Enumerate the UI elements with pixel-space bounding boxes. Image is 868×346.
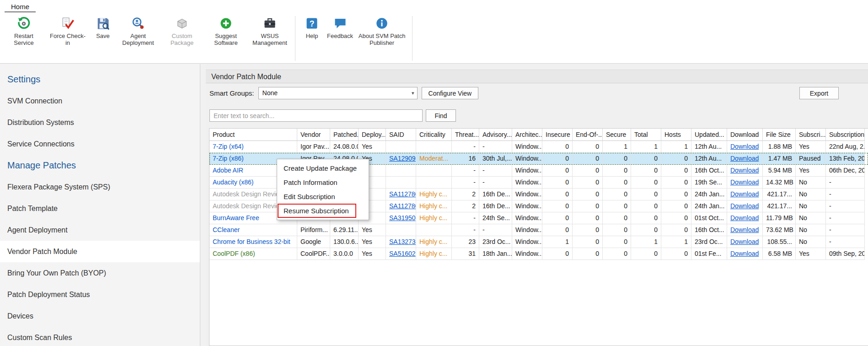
product-link[interactable]: CCleaner (213, 226, 240, 233)
download-link[interactable]: Download (730, 190, 759, 198)
column-header-threat[interactable]: Threat... (452, 129, 479, 141)
feedback-button[interactable]: Feedback (325, 14, 355, 39)
smart-groups-dropdown[interactable]: None ▾ (258, 87, 418, 99)
product-link[interactable]: Adobe AIR (213, 167, 243, 174)
force-check-in-button[interactable]: Force Check-in (46, 14, 90, 46)
find-button[interactable]: Find (426, 109, 456, 122)
save-button[interactable]: Save (90, 14, 116, 39)
help-button[interactable]: ?Help (299, 14, 325, 39)
product-link[interactable]: 7-Zip (x64) (213, 143, 244, 150)
table-row[interactable]: 7-Zip (x64)Igor Pav...24.08.0.0Yes--Wind… (209, 141, 868, 153)
product-link[interactable]: CoolPDF (x86) (213, 250, 255, 257)
ribbon-tab-strip: Home (0, 0, 868, 12)
column-header-said[interactable]: SAID (386, 129, 416, 141)
sidebar-item-service-connections[interactable]: Service Connections (0, 133, 200, 155)
sidebar-item-vendor-patch-module[interactable]: Vendor Patch Module (0, 241, 200, 262)
cell-threat: 2 (452, 189, 479, 200)
wsus-management-button[interactable]: WSUS Management (248, 14, 292, 46)
sidebar-item-flexera-package-system-sps[interactable]: Flexera Package System (SPS) (0, 176, 200, 198)
said-link[interactable]: SA112780 (389, 190, 416, 198)
column-header-download[interactable]: Download (727, 129, 763, 141)
table-header-row: ProductVendorPatched...Deploy...SAIDCrit… (209, 129, 868, 141)
column-header-vendor[interactable]: Vendor (297, 129, 330, 141)
table-row[interactable]: Chrome for Business 32-bitGoogle130.0.6.… (209, 236, 868, 248)
product-link[interactable]: Audacity (x86) (213, 178, 253, 186)
export-button[interactable]: Export (799, 87, 839, 99)
cell-architec: Window... (512, 165, 542, 177)
download-link[interactable]: Download (730, 226, 759, 233)
about-svm-patch-publisher-button[interactable]: About SVM Patch Publisher (355, 14, 409, 46)
sidebar-item-devices[interactable]: Devices (0, 305, 200, 327)
product-link[interactable]: Chrome for Business 32-bit (213, 238, 290, 245)
sidebar-item-bring-your-own-patch-byop[interactable]: Bring Your Own Patch (BYOP) (0, 262, 200, 284)
product-link[interactable]: 7-Zip (x86) (213, 155, 244, 162)
ribbon-button-label: Feedback (327, 32, 353, 39)
column-header-advisory[interactable]: Advisory... (479, 129, 512, 141)
sidebar-item-patch-deployment-status[interactable]: Patch Deployment Status (0, 284, 200, 305)
cell-insecure: 0 (542, 200, 573, 212)
table-row[interactable]: CCleanerPiriform...6.29.11...Yes--Window… (209, 224, 868, 236)
column-header-hosts[interactable]: Hosts (661, 129, 691, 141)
context-menu-item-edit-subscription[interactable]: Edit Subscription (277, 189, 369, 204)
column-header-architec[interactable]: Architec... (512, 129, 542, 141)
column-header-subscri[interactable]: Subscri... (796, 129, 826, 141)
download-link[interactable]: Download (730, 238, 759, 245)
sidebar-item-agent-deployment[interactable]: Agent Deployment (0, 219, 200, 241)
ribbon-button-label: About SVM Patch Publisher (357, 32, 407, 46)
download-link[interactable]: Download (730, 178, 759, 186)
sidebar-item-svm-connection[interactable]: SVM Connection (0, 90, 200, 112)
download-link[interactable]: Download (730, 250, 759, 257)
said-link[interactable]: SA112780 (389, 202, 416, 210)
cell-vendor: Google (297, 236, 330, 248)
column-header-total[interactable]: Total (631, 129, 661, 141)
said-link[interactable]: SA31950 (389, 214, 416, 222)
column-header-file-size[interactable]: File Size (763, 129, 796, 141)
download-link[interactable]: Download (730, 167, 759, 174)
cell-product: CoolPDF (x86) (209, 248, 297, 260)
column-header-product[interactable]: Product (209, 129, 297, 141)
ribbon-button-label: Save (96, 32, 110, 39)
sidebar-item-custom-scan-rules[interactable]: Custom Scan Rules (0, 327, 200, 346)
context-menu-item-patch-information[interactable]: Patch Information (277, 175, 369, 189)
cell-hosts: 0 (661, 153, 691, 165)
agent-deployment-button[interactable]: Agent Deployment (116, 14, 160, 46)
download-link[interactable]: Download (730, 202, 759, 210)
restart-service-button[interactable]: Restart Service (2, 14, 46, 46)
product-link[interactable]: Autodesk Design Revie... (213, 202, 284, 210)
cell-patched: 3.0.0.0 (330, 248, 359, 260)
column-header-deploy[interactable]: Deploy... (359, 129, 386, 141)
said-link[interactable]: SA51602 (389, 250, 416, 257)
said-link[interactable]: SA132733 (389, 238, 416, 245)
product-link[interactable]: Autodesk Design Revie... (213, 190, 284, 198)
download-link[interactable]: Download (730, 214, 759, 222)
column-header-subscription[interactable]: Subscription... (826, 129, 865, 141)
download-link[interactable]: Download (730, 155, 759, 162)
suggest-software-button[interactable]: Suggest Software (204, 14, 248, 46)
download-link[interactable]: Download (730, 143, 759, 150)
cell-deploy: Yes (359, 248, 386, 260)
column-header-updated[interactable]: Updated... (691, 129, 727, 141)
product-link[interactable]: BurnAware Free (213, 214, 259, 222)
configure-view-button[interactable]: Configure View (422, 87, 479, 99)
column-header-criticality[interactable]: Criticality (416, 129, 452, 141)
column-header-secure[interactable]: Secure (603, 129, 631, 141)
cell-said (386, 141, 416, 153)
context-menu-item-resume-subscription[interactable]: Resume Subscription (277, 204, 369, 218)
cell-deploy: Yes (359, 141, 386, 153)
cell-insecure: 0 (542, 153, 573, 165)
said-link[interactable]: SA129090 (389, 155, 416, 162)
cell-vendor: Igor Pav... (297, 141, 330, 153)
sidebar-item-patch-template[interactable]: Patch Template (0, 198, 200, 219)
cell-architec: Window... (512, 189, 542, 200)
cell-subscription: 22nd Aug, 2... (826, 141, 865, 153)
column-header-end-of[interactable]: End-Of-... (573, 129, 603, 141)
column-header-patched[interactable]: Patched... (330, 129, 359, 141)
cell-architec: Window... (512, 248, 542, 260)
search-input[interactable] (209, 109, 423, 122)
context-menu-item-create-update-package[interactable]: Create Update Package (277, 161, 369, 175)
cell-criticality (416, 141, 452, 153)
sidebar-item-distribution-systems[interactable]: Distribution Systems (0, 112, 200, 133)
tab-home[interactable]: Home (5, 1, 36, 12)
column-header-insecure[interactable]: Insecure (542, 129, 573, 141)
table-row[interactable]: CoolPDF (x86)CoolPDF...3.0.0.0YesSA51602… (209, 248, 868, 260)
